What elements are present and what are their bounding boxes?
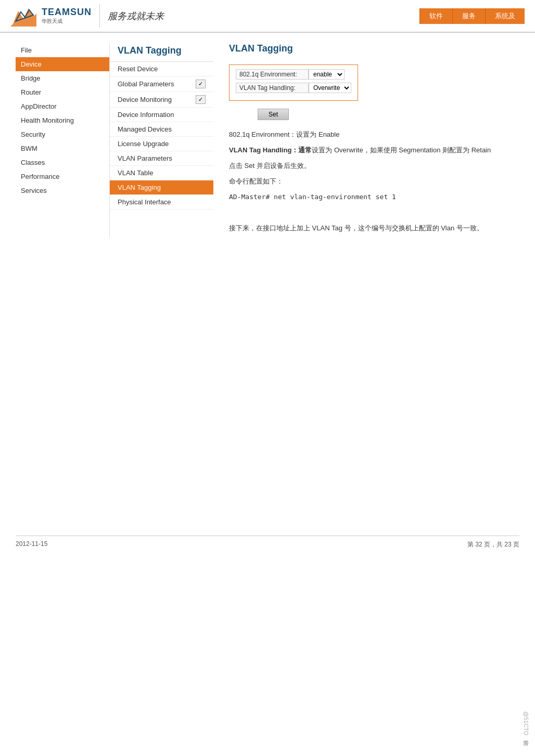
- page-header: TEAMSUN 华胜天成 服务戎就未来 软件 服务 系统及: [0, 0, 535, 33]
- desc-line-2: VLAN Tag Handling：通常设置为 Overwrite，如果使用 S…: [229, 144, 504, 157]
- label-802-env: 802.1q Environment:: [236, 69, 309, 80]
- sidebar-item-router[interactable]: Router: [16, 85, 109, 99]
- sidebar-item-appdirector[interactable]: AppDirector: [16, 99, 109, 113]
- menu-item-label: VLAN Table: [118, 169, 153, 177]
- menu-item-vlan-tagging[interactable]: VLAN Tagging: [110, 180, 213, 195]
- select-802-env[interactable]: enable disable: [309, 69, 345, 80]
- menu-item-vlan-parameters[interactable]: VLAN Parameters: [110, 151, 213, 166]
- menu-item-reset-device[interactable]: Reset Device: [110, 62, 213, 76]
- content-area: VLAN Tagging 802.1q Environment: enable …: [213, 43, 519, 237]
- sidebar-item-security[interactable]: Security: [16, 127, 109, 141]
- logo-area: TEAMSUN 华胜天成: [10, 6, 92, 27]
- logo-icon: [10, 6, 36, 27]
- content-description: 802.1q Environment：设置为 Enable VLAN Tag H…: [229, 128, 504, 235]
- sidebar-file-header: File: [16, 43, 109, 57]
- desc-line-4: 命令行配置如下：: [229, 175, 504, 188]
- desc-spacer: [229, 206, 504, 219]
- page-footer: 2012-11-15 第 32 页，共 23 页: [16, 536, 519, 549]
- svg-marker-0: [10, 8, 36, 27]
- menu-item-license-upgrade[interactable]: License Upgrade: [110, 137, 213, 151]
- menu-item-label: Device Monitoring: [118, 96, 172, 103]
- menu-item-vlan-table[interactable]: VLAN Table: [110, 166, 213, 180]
- desc-line-5: 接下来，在接口地址上加上 VLAN Tag 号，这个编号与交换机上配置的 Vla…: [229, 221, 504, 235]
- sidebar: File Device Bridge Router AppDirector He…: [16, 43, 109, 237]
- sidebar-item-bridge[interactable]: Bridge: [16, 71, 109, 85]
- menu-item-managed-devices[interactable]: Managed Devices: [110, 122, 213, 137]
- set-button[interactable]: Set: [258, 109, 289, 120]
- menu-item-label: Global Parameters: [118, 80, 174, 88]
- main-content: File Device Bridge Router AppDirector He…: [0, 33, 535, 247]
- global-parameters-dropdown[interactable]: ✓: [196, 80, 206, 88]
- label-vlan-tag: VLAN Tag Handling:: [236, 83, 309, 93]
- menu-item-device-information[interactable]: Device Information: [110, 108, 213, 122]
- logo-sub-text: 华胜天成: [42, 18, 92, 25]
- menu-item-label: Reset Device: [118, 65, 158, 73]
- sidebar-item-health-monitoring[interactable]: Health Monitoring: [16, 113, 109, 127]
- menu-panel-title: VLAN Tagging: [110, 43, 213, 62]
- menu-item-global-parameters[interactable]: Global Parameters ✓: [110, 76, 213, 92]
- footer-date: 2012-11-15: [16, 540, 47, 549]
- content-title: VLAN Tagging: [229, 43, 504, 54]
- menu-item-label: VLAN Tagging: [118, 184, 161, 191]
- menu-item-label: Device Information: [118, 111, 174, 119]
- logo-main-text: TEAMSUN: [42, 7, 92, 18]
- footer-page-info: 第 32 页，共 23 页: [467, 540, 519, 549]
- desc-code-line: AD-Master# net vlan-tag-environment set …: [229, 190, 504, 204]
- header-slogan: 服务戎就未来: [108, 10, 164, 22]
- desc-bold-label: VLAN Tag Handling：通常: [229, 146, 312, 154]
- device-monitoring-dropdown[interactable]: ✓: [196, 95, 206, 104]
- nav-item-service[interactable]: 服务: [452, 8, 485, 24]
- form-row-vlan-tag: VLAN Tag Handling: Overwrite Retain: [236, 83, 351, 93]
- menu-item-device-monitoring[interactable]: Device Monitoring ✓: [110, 92, 213, 108]
- sidebar-item-bwm[interactable]: BWM: [16, 141, 109, 155]
- menu-panel: VLAN Tagging Reset Device Global Paramet…: [109, 43, 213, 237]
- sidebar-item-classes[interactable]: Classes: [16, 155, 109, 170]
- logo-text: TEAMSUN 华胜天成: [42, 7, 92, 25]
- nav-item-software[interactable]: 软件: [419, 8, 452, 24]
- menu-item-label: Physical Interface: [118, 198, 171, 206]
- desc-line-1: 802.1q Environment：设置为 Enable: [229, 128, 504, 141]
- header-divider: [99, 4, 100, 28]
- sidebar-item-device[interactable]: Device: [16, 57, 109, 71]
- nav-item-system[interactable]: 系统及: [485, 8, 525, 24]
- watermark: @51CTO博客: [522, 711, 530, 735]
- desc-line-3: 点击 Set 并启设备后生效。: [229, 159, 504, 173]
- sidebar-item-performance[interactable]: Performance: [16, 170, 109, 184]
- menu-item-label: Managed Devices: [118, 125, 172, 133]
- header-nav: 软件 服务 系统及: [419, 8, 525, 24]
- menu-item-physical-interface[interactable]: Physical Interface: [110, 195, 213, 210]
- sidebar-item-services[interactable]: Services: [16, 184, 109, 198]
- form-row-802: 802.1q Environment: enable disable: [236, 69, 351, 80]
- vlan-tagging-form: 802.1q Environment: enable disable VLAN …: [229, 64, 358, 101]
- menu-item-label: VLAN Parameters: [118, 154, 172, 162]
- select-vlan-tag[interactable]: Overwrite Retain: [309, 83, 351, 93]
- menu-item-label: License Upgrade: [118, 140, 169, 148]
